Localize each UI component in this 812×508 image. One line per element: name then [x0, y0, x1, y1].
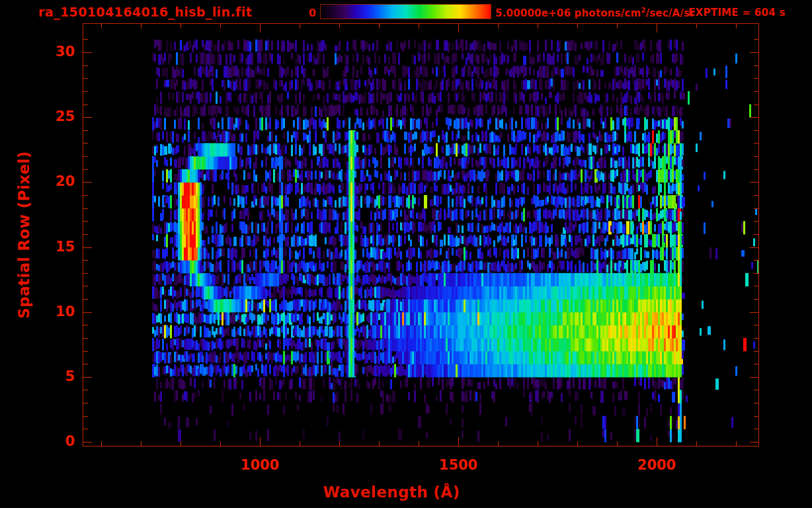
y-axis-tick [83, 143, 88, 144]
colorbar-max-label: 5.00000e+06 photons/cm2/sec/A/sr [495, 7, 695, 19]
y-axis-tick [754, 416, 759, 417]
x-axis-tick [538, 23, 538, 28]
x-axis-tick [617, 441, 618, 446]
y-axis-tick [83, 156, 88, 157]
y-axis-tick [83, 260, 88, 261]
y-axis-tick [754, 105, 759, 105]
y-axis-tick [754, 390, 759, 390]
x-axis-tick [339, 23, 340, 28]
y-axis-tick [754, 299, 759, 300]
y-axis-tick-label: 5 [35, 368, 75, 384]
file-title: ra_150104164016_hisb_lin.fit [38, 5, 252, 19]
colorbar-units-prefix: 5.00000e+06 photons/cm [495, 7, 641, 19]
x-axis-tick [141, 441, 142, 446]
x-axis-tick [300, 441, 300, 446]
x-axis-tick [419, 23, 419, 28]
y-axis-tick [83, 377, 92, 378]
x-axis-tick [181, 23, 181, 28]
y-axis-title: Spatial Row (Pixel) [15, 136, 34, 334]
y-axis-tick [83, 117, 92, 118]
y-axis-tick [750, 247, 759, 248]
y-axis-tick [83, 390, 88, 390]
y-axis-tick [83, 65, 88, 66]
x-axis-tick [696, 23, 697, 28]
y-axis-tick [754, 286, 759, 286]
y-axis-tick-label: 25 [35, 108, 75, 124]
y-axis-tick [754, 429, 759, 429]
x-axis-tick [458, 23, 459, 32]
x-axis-tick [657, 437, 657, 446]
y-axis-tick [83, 221, 88, 222]
y-axis-tick [754, 208, 759, 209]
colorbar-units-suffix: /sec/A/sr [646, 7, 695, 19]
x-axis-tick [220, 441, 221, 446]
x-axis-tick [101, 441, 102, 446]
x-axis-tick [141, 23, 142, 28]
y-axis-tick [83, 52, 92, 53]
x-axis-tick [220, 23, 221, 28]
x-axis-tick [736, 23, 737, 28]
y-axis-tick-label: 30 [35, 44, 75, 60]
y-axis-tick [83, 130, 88, 131]
y-axis-tick [83, 299, 88, 300]
y-axis-tick [83, 312, 92, 313]
y-axis-tick [754, 260, 759, 261]
y-axis-tick [83, 338, 88, 339]
x-axis-tick [617, 23, 618, 28]
y-axis-tick [750, 52, 759, 53]
x-axis-tick [260, 23, 261, 32]
colorbar-min-label: 0 [296, 7, 316, 19]
exposure-time-label: EXPTIME = 604 s [688, 7, 786, 19]
y-axis-tick [754, 169, 759, 170]
y-axis-tick [83, 351, 88, 352]
x-axis-tick [419, 441, 419, 446]
y-axis-tick [754, 65, 759, 66]
y-axis-tick [83, 273, 88, 274]
spectral-image-canvas [83, 24, 758, 446]
y-axis-tick [754, 403, 759, 403]
x-axis-tick [498, 441, 499, 446]
y-axis-tick [754, 91, 759, 92]
x-axis-tick [577, 23, 578, 28]
colorbar-gradient [320, 4, 491, 19]
y-axis-tick [750, 312, 759, 313]
y-axis-tick [754, 195, 759, 196]
x-axis-tick [696, 441, 697, 446]
y-axis-tick [83, 325, 88, 325]
x-axis-title: Wavelength (Å) [292, 484, 491, 501]
y-axis-tick [754, 156, 759, 157]
y-axis-tick [754, 273, 759, 274]
y-axis-tick [83, 234, 88, 235]
x-axis-tick [181, 441, 181, 446]
y-axis-tick [83, 169, 88, 170]
y-axis-tick-label: 20 [35, 173, 75, 189]
spectral-viewer-window: ra_150104164016_hisb_lin.fit 0 5.00000e+… [0, 0, 812, 508]
x-axis-tick [657, 23, 657, 32]
y-axis-tick [750, 442, 759, 443]
y-axis-tick [750, 377, 759, 378]
y-axis-tick [754, 221, 759, 222]
y-axis-tick [754, 338, 759, 339]
y-axis-tick [83, 39, 88, 40]
y-axis-tick-label: 10 [35, 304, 75, 319]
y-axis-tick [83, 182, 92, 183]
y-axis-tick [83, 195, 88, 196]
y-axis-tick [83, 208, 88, 209]
y-axis-tick [83, 416, 88, 417]
x-axis-tick [458, 437, 459, 446]
y-axis-tick [754, 130, 759, 131]
x-axis-tick [339, 441, 340, 446]
y-axis-tick [83, 442, 92, 443]
colorbar-units-superscript: 2 [641, 7, 645, 14]
y-axis-tick [83, 105, 88, 105]
y-axis-tick [754, 234, 759, 235]
y-axis-tick [83, 247, 92, 248]
x-axis-tick [260, 437, 261, 446]
y-axis-tick [83, 403, 88, 403]
x-axis-tick [379, 23, 380, 28]
y-axis-tick [750, 117, 759, 118]
y-axis-tick [754, 78, 759, 79]
y-axis-tick [83, 429, 88, 429]
y-axis-tick [750, 182, 759, 183]
x-axis-tick [379, 441, 380, 446]
